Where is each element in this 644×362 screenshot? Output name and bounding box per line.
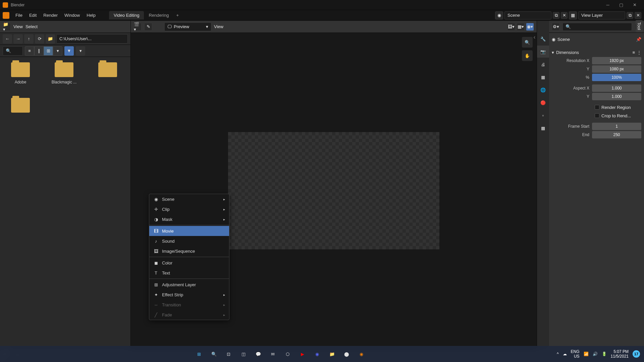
pin-icon[interactable]: 📌 xyxy=(636,37,641,42)
path-field[interactable]: C:\Users\User\... xyxy=(56,34,128,44)
menu-window[interactable]: Window xyxy=(61,11,83,19)
aspect-x-field[interactable]: 1.000 xyxy=(592,84,641,92)
crop-check[interactable]: Crop to Rend... xyxy=(592,113,631,118)
minimize-button[interactable]: ─ xyxy=(601,0,614,10)
menu-item-movie[interactable]: 🎞 Movie xyxy=(149,226,229,236)
notification-badge[interactable]: 17 xyxy=(633,350,640,358)
aspect-y-field[interactable]: 1.000 xyxy=(592,93,641,100)
nav-up-button[interactable]: ↑ xyxy=(24,34,34,44)
onedrive-icon[interactable]: ☁ xyxy=(563,352,567,356)
folder-item[interactable] xyxy=(5,98,36,115)
view-thumbnail-button[interactable]: ⊞ xyxy=(44,46,53,56)
layer-browse-icon[interactable]: ▦ xyxy=(569,11,577,19)
menu-item-sound[interactable]: ♪ Sound xyxy=(149,236,229,246)
scene-browse-icon[interactable]: ◉ xyxy=(495,11,503,19)
preview-overlay-icon[interactable]: ◉▾ xyxy=(526,23,534,31)
menu-item-image[interactable]: 🖼 Image/Sequence xyxy=(149,246,229,256)
props-search-input[interactable]: 🔍 xyxy=(562,23,632,31)
folder-item[interactable] xyxy=(93,62,123,84)
filter-button[interactable]: ▼ xyxy=(64,46,74,56)
tab-viewlayer-icon[interactable]: ▦ xyxy=(537,71,549,83)
battery-icon[interactable]: 🔋 xyxy=(602,352,607,356)
blender-taskbar-icon[interactable]: ◉ xyxy=(355,347,368,361)
menu-item-adjustment[interactable]: ⊞ Adjustment Layer xyxy=(149,280,229,290)
preview-editor-type-icon[interactable]: 🎬▾ xyxy=(133,23,142,31)
menu-item-scene[interactable]: ◉ Scene ▸ xyxy=(149,194,229,204)
sidebar-tab-tool[interactable]: Tool xyxy=(636,20,643,32)
menu-help[interactable]: Help xyxy=(83,11,99,19)
mail-icon[interactable]: ✉ xyxy=(266,347,280,361)
tab-rendering[interactable]: Rendering xyxy=(144,11,173,19)
youtube-icon[interactable]: ▶ xyxy=(296,347,309,361)
render-region-check[interactable]: Render Region xyxy=(592,105,631,110)
view-settings-button[interactable]: ▾ xyxy=(53,46,62,56)
clock[interactable]: 5:07 PM 11/5/2021 xyxy=(611,349,629,359)
obs-icon[interactable]: ⬤ xyxy=(340,347,354,361)
scene-new-button[interactable]: ⧉ xyxy=(553,12,559,19)
tab-scene-icon[interactable]: 🌐 xyxy=(537,84,549,96)
tab-render-icon[interactable]: 📷 xyxy=(537,46,549,58)
scene-breadcrumb[interactable]: ◉ Scene 📌 xyxy=(552,36,641,43)
start-button[interactable]: ⊞ xyxy=(193,347,206,361)
preview-mode-dropdown[interactable]: 🖵 Preview ▾ xyxy=(164,22,211,31)
preview-image-icon[interactable]: 🖼▾ xyxy=(507,23,515,31)
search-button[interactable]: 🔍 xyxy=(207,347,221,361)
menu-file[interactable]: File xyxy=(12,11,26,19)
teams-icon[interactable]: 💬 xyxy=(252,347,265,361)
widgets-button[interactable]: ◫ xyxy=(237,347,250,361)
frame-end-field[interactable]: 250 xyxy=(592,131,641,138)
language-indicator[interactable]: ENG US xyxy=(571,349,580,359)
preview-view-menu[interactable]: View xyxy=(214,24,223,29)
add-workspace-button[interactable]: + xyxy=(173,11,181,19)
res-y-field[interactable]: 1080 px xyxy=(592,65,641,73)
menu-item-text[interactable]: T Text xyxy=(149,268,229,278)
nav-newfolder-button[interactable]: 📁 xyxy=(46,34,55,44)
layer-delete-button[interactable]: ✕ xyxy=(635,12,641,19)
blender-icon[interactable] xyxy=(3,12,9,19)
menu-item-effect[interactable]: ✦ Effect Strip ▸ xyxy=(149,290,229,300)
view-column-button[interactable]: ∥ xyxy=(34,46,44,56)
dimensions-header[interactable]: ▾ Dimensions ≡ ⋮ xyxy=(552,49,641,56)
tab-texture-icon[interactable]: ▩ xyxy=(537,122,549,134)
menu-item-color[interactable]: ◼ Color xyxy=(149,258,229,268)
nav-back-button[interactable]: ← xyxy=(3,34,12,44)
wifi-icon[interactable]: 📶 xyxy=(584,352,589,356)
scene-delete-button[interactable]: ✕ xyxy=(561,12,568,19)
annotate-tool-icon[interactable]: ✎ xyxy=(144,23,152,31)
file-search-input[interactable]: 🔍 xyxy=(3,46,23,56)
scene-name-field[interactable]: Scene xyxy=(504,11,551,19)
preset-icon[interactable]: ⋮ xyxy=(637,50,641,55)
app-icon[interactable]: ⬡ xyxy=(281,347,294,361)
view-list-button[interactable]: ≡ xyxy=(25,46,34,56)
menu-edit[interactable]: Edit xyxy=(26,11,40,19)
nav-forward-button[interactable]: → xyxy=(13,34,23,44)
tab-output-icon[interactable]: 🖨 xyxy=(537,58,549,70)
sidebar-toggle-icon[interactable]: ‹ xyxy=(534,34,535,40)
menu-item-mask[interactable]: ◑ Mask ▸ xyxy=(149,214,229,224)
discord-icon[interactable]: ◉ xyxy=(311,347,324,361)
maximize-button[interactable]: ▢ xyxy=(614,0,628,10)
props-options-icon[interactable]: ⚙▾ xyxy=(552,23,560,31)
close-button[interactable]: ✕ xyxy=(628,0,641,10)
list-icon[interactable]: ≡ xyxy=(632,50,635,55)
nav-refresh-button[interactable]: ⟳ xyxy=(35,34,44,44)
explorer-icon[interactable]: 📁 xyxy=(325,347,339,361)
menu-item-clip[interactable]: ✛ Clip ▸ xyxy=(149,204,229,214)
filter-settings-button[interactable]: ▾ xyxy=(76,46,85,56)
res-x-field[interactable]: 1920 px xyxy=(592,57,641,64)
volume-icon[interactable]: 🔊 xyxy=(593,352,598,356)
pan-icon[interactable]: ✋ xyxy=(522,50,533,61)
tab-tool-icon[interactable]: 🔧 xyxy=(537,33,549,45)
zoom-icon[interactable]: 🔍 xyxy=(522,37,533,48)
tab-world-icon[interactable]: 🔴 xyxy=(537,97,549,109)
folder-item[interactable]: Adobe xyxy=(5,62,36,84)
filebrowser-select-menu[interactable]: Select xyxy=(25,24,38,29)
tab-object-icon[interactable]: ▫ xyxy=(537,109,549,121)
tray-chevron-icon[interactable]: ^ xyxy=(557,352,559,356)
preview-display-icon[interactable]: ▦▾ xyxy=(517,23,525,31)
layer-new-button[interactable]: ⧉ xyxy=(627,12,633,19)
menu-render[interactable]: Render xyxy=(40,11,61,19)
task-view-button[interactable]: ⊡ xyxy=(222,347,235,361)
layer-name-field[interactable]: View Layer xyxy=(578,11,625,19)
folder-item[interactable]: Blackmagic ... xyxy=(49,62,79,84)
